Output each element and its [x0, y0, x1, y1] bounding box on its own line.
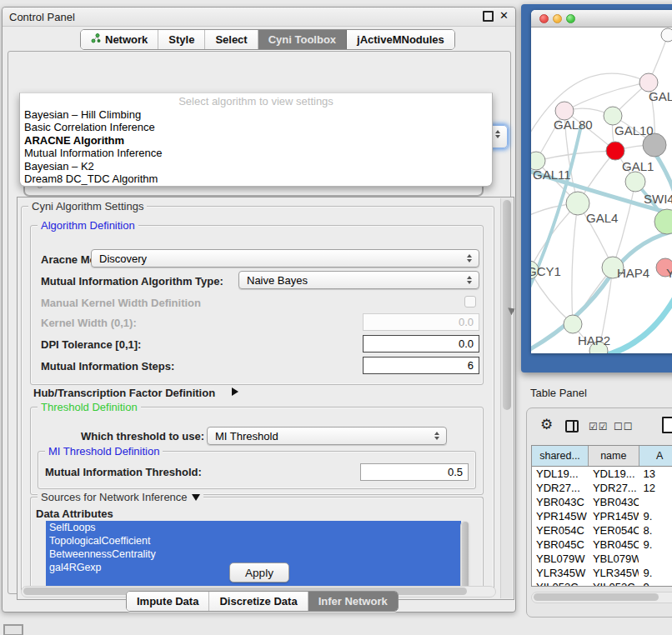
algorithm-option-basic-correlation-inference[interactable]: Basic Correlation Inference: [20, 121, 492, 133]
select-all-icon[interactable]: ☑☑: [589, 421, 609, 432]
settings-scroll-viewport: Cyni Algorithm Settings Algorithm Defini…: [17, 197, 514, 600]
table-hscroll-thumb[interactable]: [534, 593, 659, 601]
list-item-selfloops[interactable]: SelfLoops: [46, 521, 461, 534]
algorithm-option-dream8-dc-tdc-algorithm[interactable]: Dream8 DC_TDC Algorithm: [20, 172, 492, 185]
minimize-button[interactable]: [553, 14, 562, 23]
node-gal-partial-label: GAL: [649, 89, 672, 103]
tab-label: Cyni Toolbox: [268, 33, 336, 46]
network-edge: [572, 203, 578, 324]
node-gal1[interactable]: [606, 142, 624, 160]
mi-threshold-label: Mutual Information Threshold:: [45, 466, 202, 478]
tab-cyni-toolbox[interactable]: Cyni Toolbox: [258, 30, 347, 49]
table-row[interactable]: YBL079WYBL079W: [532, 552, 672, 566]
tab-impute-data[interactable]: Impute Data: [127, 592, 209, 611]
table-cell: 9.: [639, 509, 672, 523]
node-gal4-label: GAL4: [586, 211, 618, 225]
algorithm-option-bayesian-k2[interactable]: Bayesian – K2: [20, 160, 492, 172]
table-cell: YER054C: [589, 523, 639, 538]
settings-scrollbar[interactable]: [500, 198, 513, 598]
expander-down-icon[interactable]: [192, 494, 200, 501]
network-icon: [91, 33, 101, 46]
group-title: MI Threshold Definition: [48, 445, 159, 458]
table-cell: YBR043C: [589, 495, 639, 509]
column-header-shared[interactable]: shared...: [532, 446, 589, 466]
node-swi4[interactable]: [654, 209, 672, 234]
gear-icon[interactable]: ⚙: [540, 418, 553, 432]
table-row[interactable]: YBR045CYBR045C9.: [532, 538, 672, 552]
node-hap2[interactable]: [564, 315, 582, 333]
apply-button[interactable]: Apply: [229, 562, 289, 582]
settings-scrollbar-thumb[interactable]: [503, 200, 511, 410]
dpi-tolerance-field[interactable]: [363, 335, 479, 352]
float-panel-icon[interactable]: [483, 11, 494, 22]
mi-type-label: Mutual Information Algorithm Type:: [41, 275, 223, 288]
zoom-button[interactable]: [566, 14, 575, 23]
table-cell: YBL079W: [589, 552, 639, 566]
which-threshold-combobox[interactable]: MI Threshold: [207, 427, 447, 445]
threshold-definition-group: Threshold Definition Which threshold to …: [30, 407, 484, 495]
dropdown-placeholder: Select algorithm to view settings: [20, 95, 492, 108]
table-cell: 9.: [639, 566, 672, 580]
close-icon[interactable]: ✕: [499, 10, 509, 22]
attributes-scrollbar-thumb[interactable]: [462, 522, 469, 588]
table-cell: YER054C: [532, 523, 589, 538]
network-window-titlebar[interactable]: [531, 10, 672, 28]
algorithm-definition-group: Algorithm Definition Aracne Mode: Discov…: [30, 225, 484, 385]
network-canvas[interactable]: GALGAL80GAL10GAL1GAL11GAL4SWI4GCY1HAP4YH…: [531, 28, 672, 353]
list-item-topologicalcoefficient[interactable]: TopologicalCoefficient: [46, 534, 461, 548]
node-gal80-label: GAL80: [554, 118, 593, 132]
table-cell: YDR27...: [589, 481, 639, 495]
algorithm-option-list: Bayesian – Hill ClimbingBasic Correlatio…: [20, 108, 492, 185]
deselect-all-icon[interactable]: ☐☐: [614, 421, 634, 432]
table-row[interactable]: YBR043CYBR043C: [532, 495, 672, 509]
dpi-tolerance-label: DPI Tolerance [0,1]:: [41, 338, 141, 351]
table-cell: YLR345W: [532, 566, 589, 580]
mi-threshold-field[interactable]: [360, 463, 469, 481]
split-columns-icon[interactable]: [565, 420, 579, 432]
tab-jactivemnodules[interactable]: jActiveMNodules: [347, 30, 454, 49]
mi-algorithm-type-combobox[interactable]: Naive Bayes: [238, 271, 479, 289]
node-mid-green[interactable]: [625, 172, 645, 192]
docked-panel-icon[interactable]: [3, 624, 23, 635]
table-header-row: shared...nameA: [532, 446, 672, 467]
node-gal10[interactable]: [604, 107, 622, 125]
algorithm-option-mutual-information-inference[interactable]: Mutual Information Inference: [20, 147, 492, 159]
table-cell: 13: [639, 467, 672, 481]
tab-infer-network[interactable]: Infer Network: [308, 592, 398, 611]
tab-style[interactable]: Style: [158, 30, 205, 49]
table-cell: YDL19...: [589, 467, 639, 481]
cyni-toolbox-panel: gal-filtered sif default node Select alg…: [8, 51, 511, 594]
table-cell: [639, 495, 672, 509]
close-button[interactable]: [539, 14, 549, 23]
group-title: Sources for Network Inference: [41, 491, 188, 503]
table-cell: YDR27...: [532, 481, 589, 495]
attributes-scrollbar[interactable]: [460, 521, 470, 591]
table-row[interactable]: YDL19...YDL19...13: [532, 467, 672, 481]
table-row[interactable]: YDR27...YDR27...12: [532, 481, 672, 495]
data-attributes-label: Data Attributes: [36, 508, 113, 520]
file-icon[interactable]: [662, 417, 672, 433]
expander-right-icon[interactable]: [232, 388, 238, 396]
column-header-name[interactable]: name: [589, 446, 639, 466]
table-cell: 12: [639, 481, 672, 495]
list-item-betweennesscentrality[interactable]: BetweennessCentrality: [46, 548, 461, 561]
mi-steps-field[interactable]: [363, 357, 479, 374]
table-row[interactable]: YIL053CYIL053C9: [532, 580, 672, 587]
node-gal11-label: GAL11: [533, 168, 571, 182]
table-cell: YIL053C: [532, 580, 589, 587]
tab-network[interactable]: Network: [81, 30, 158, 49]
table-row[interactable]: YLR345WYLR345W9.: [532, 566, 672, 580]
column-header-a[interactable]: A: [639, 446, 672, 466]
tab-select[interactable]: Select: [205, 30, 258, 49]
table-horizontal-scrollbar[interactable]: [531, 592, 672, 603]
algorithm-option-aracne-algorithm[interactable]: ARACNE Algorithm: [20, 134, 492, 147]
tab-discretize-data[interactable]: Discretize Data: [209, 592, 308, 611]
table-row[interactable]: YPR145WYPR145W9.: [532, 509, 672, 523]
node-salmon-label: Y: [666, 266, 672, 280]
hub-definition-label: Hub/Transcription Factor Definition: [33, 387, 215, 399]
node-swi4-label: SWI4: [644, 192, 672, 206]
node-top-partial[interactable]: [661, 28, 672, 42]
aracne-mode-combobox[interactable]: Discovery: [91, 249, 479, 268]
algorithm-option-bayesian-hill-climbing[interactable]: Bayesian – Hill Climbing: [20, 108, 492, 121]
table-row[interactable]: YER054CYER054C8.: [532, 523, 672, 538]
